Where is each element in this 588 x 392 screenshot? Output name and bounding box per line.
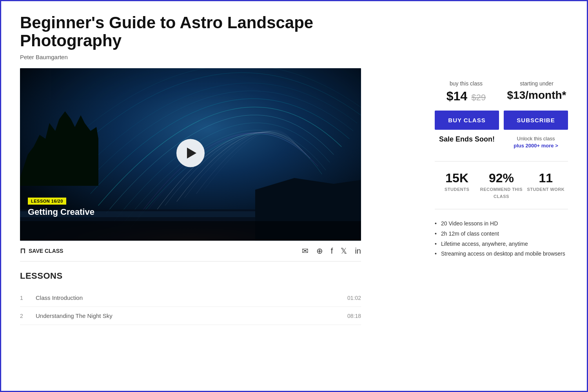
- buy-label: buy this class: [435, 80, 497, 87]
- list-item: Streaming access on desktop and mobile b…: [435, 249, 568, 259]
- sale-unlock-row: Sale Ends Soon! Unlock this class plus 2…: [435, 135, 568, 149]
- unlock-line1: Unlock this class: [517, 136, 555, 142]
- course-author: Peter Baumgarten: [20, 54, 419, 60]
- current-price: $14: [446, 89, 467, 103]
- video-player[interactable]: LESSON 16/20 Getting Creative: [20, 68, 361, 241]
- lesson-name: Class Introduction: [36, 294, 347, 301]
- buy-class-button[interactable]: BUY CLASS: [435, 111, 499, 130]
- lesson-badge: LESSON 16/20 Getting Creative: [28, 197, 94, 217]
- stat-work: 11 STUDENT WORK: [524, 171, 568, 200]
- original-price: $29: [472, 93, 486, 102]
- lessons-section: LESSONS 1 Class Introduction 01:02 2 Und…: [20, 271, 361, 325]
- students-label: STUDENTS: [445, 187, 469, 192]
- lesson-number: 1: [20, 295, 36, 301]
- video-controls-bar[interactable]: [20, 221, 361, 241]
- unlock-text: Unlock this class plus 2000+ more >: [504, 135, 568, 149]
- stats-box: 15K STUDENTS 92% RECOMMEND THIS CLASS 11…: [435, 171, 568, 209]
- work-value: 11: [524, 171, 568, 185]
- play-button[interactable]: [176, 139, 205, 167]
- lesson-duration: 08:18: [347, 313, 361, 319]
- table-row[interactable]: 1 Class Introduction 01:02: [20, 289, 361, 307]
- list-item: 20 Video lessons in HD: [435, 219, 568, 229]
- students-value: 15K: [435, 171, 479, 185]
- cta-buttons-row: BUY CLASS SUBSCRIBE: [435, 111, 568, 130]
- linkedin-icon[interactable]: in: [355, 247, 361, 256]
- subscribe-price-col: starting under $13/month*: [505, 80, 568, 103]
- main-content: Beginner's Guide to Astro Landscape Phot…: [20, 14, 419, 325]
- below-video-actions: ⊓ SAVE CLASS ✉ ⊕ f 𝕏 in: [20, 241, 361, 261]
- save-class-label: SAVE CLASS: [29, 248, 63, 254]
- lesson-duration: 01:02: [347, 295, 361, 301]
- video-background: LESSON 16/20 Getting Creative: [20, 68, 361, 241]
- course-title: Beginner's Guide to Astro Landscape Phot…: [20, 14, 419, 50]
- list-item: 2h 12m of class content: [435, 229, 568, 239]
- pinterest-icon[interactable]: ⊕: [316, 246, 323, 256]
- recommend-label: RECOMMEND THIS CLASS: [480, 187, 523, 199]
- lesson-number-tag: LESSON 16/20: [28, 198, 66, 205]
- subscribe-label: starting under: [505, 80, 568, 87]
- social-icons-row: ✉ ⊕ f 𝕏 in: [302, 246, 361, 256]
- subscription-price: $13/month*: [505, 89, 568, 102]
- list-item: Lifetime access, anywhere, anytime: [435, 239, 568, 249]
- features-list: 20 Video lessons in HD 2h 12m of class c…: [435, 219, 568, 259]
- lesson-name: Understanding The Night Sky: [36, 312, 347, 319]
- twitter-icon[interactable]: 𝕏: [341, 246, 347, 256]
- facebook-icon[interactable]: f: [331, 247, 333, 256]
- work-label: STUDENT WORK: [527, 187, 564, 192]
- bookmark-icon: ⊓: [20, 247, 25, 255]
- buy-price-col: buy this class $14 $29: [435, 80, 497, 103]
- recommend-value: 92%: [479, 171, 523, 185]
- lesson-number: 2: [20, 313, 36, 319]
- table-row[interactable]: 2 Understanding The Night Sky 08:18: [20, 307, 361, 325]
- stat-students: 15K STUDENTS: [435, 171, 479, 200]
- sale-ends-text: Sale Ends Soon!: [435, 135, 499, 149]
- pricing-box: buy this class $14 $29 starting under $1…: [435, 80, 568, 162]
- email-share-icon[interactable]: ✉: [302, 246, 309, 256]
- subscribe-button[interactable]: SUBSCRIBE: [504, 111, 568, 130]
- stat-recommend: 92% RECOMMEND THIS CLASS: [479, 171, 523, 200]
- save-class-button[interactable]: ⊓ SAVE CLASS: [20, 247, 63, 255]
- lesson-title-overlay: Getting Creative: [28, 207, 94, 217]
- sidebar: buy this class $14 $29 starting under $1…: [435, 14, 568, 325]
- price-display: $14 $29: [435, 89, 497, 103]
- lessons-heading: LESSONS: [20, 271, 361, 281]
- unlock-link[interactable]: plus 2000+ more >: [514, 143, 558, 149]
- pricing-labels-row: buy this class $14 $29 starting under $1…: [435, 80, 568, 103]
- play-icon: [187, 148, 196, 159]
